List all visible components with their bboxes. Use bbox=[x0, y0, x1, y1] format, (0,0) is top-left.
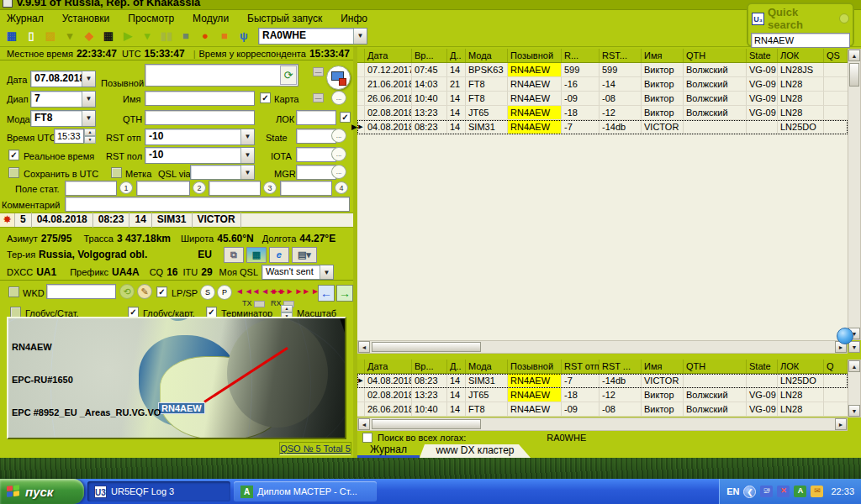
spin-up-icon[interactable]: ▲ bbox=[84, 129, 96, 136]
table-row[interactable]: 26.06.201810:4014FT8RN4AEW-09-08ВикторВо… bbox=[357, 402, 848, 417]
sound-icon[interactable]: ◆ bbox=[81, 28, 98, 45]
menu-bystry-zapusk[interactable]: Быстрый запуск bbox=[247, 13, 322, 24]
next-qso-button[interactable]: → bbox=[336, 285, 353, 302]
globe-map[interactable]: RN4AEW RN4AEW EPC-RU#1650 EPC #8952_EU _… bbox=[7, 317, 346, 439]
chevron-down-icon[interactable]: ▼ bbox=[240, 148, 254, 163]
start-button[interactable]: пуск bbox=[0, 479, 84, 504]
chevron-down-icon[interactable]: ▼ bbox=[240, 129, 254, 144]
mode-combo[interactable]: FT8▼ bbox=[30, 110, 96, 127]
lok-input[interactable] bbox=[296, 110, 336, 125]
chevron-down-icon[interactable]: ▼ bbox=[240, 165, 254, 179]
name-input[interactable] bbox=[145, 91, 255, 106]
map-icon[interactable]: ▦ bbox=[246, 247, 267, 263]
column-header-rst_s[interactable]: R... bbox=[562, 49, 600, 62]
prev-qso-button[interactable]: ← bbox=[318, 285, 335, 302]
column-header-band[interactable]: Д.. bbox=[447, 360, 466, 373]
record-icon[interactable]: ● bbox=[197, 28, 214, 45]
menu-moduli[interactable]: Модули bbox=[193, 13, 229, 24]
column-header-lok[interactable]: ЛОК bbox=[778, 360, 824, 373]
collapse-icon[interactable]: — bbox=[313, 93, 324, 102]
menu-prosmotr[interactable]: Просмотр bbox=[128, 13, 174, 24]
column-header-mode[interactable]: Мода bbox=[466, 360, 508, 373]
chevron-down-icon[interactable]: ▼ bbox=[82, 111, 95, 126]
column-header-state[interactable]: State bbox=[747, 49, 778, 62]
chevron-down-icon[interactable]: ▼ bbox=[320, 265, 333, 279]
search-all-checkbox[interactable] bbox=[362, 433, 372, 443]
tab-dx-cluster[interactable]: www DX кластер bbox=[420, 444, 531, 458]
network-error-icon[interactable]: ✕ bbox=[777, 486, 790, 497]
chevron-down-icon[interactable]: ▼ bbox=[353, 29, 367, 44]
refresh-icon[interactable]: ⟳ bbox=[280, 66, 297, 85]
column-header-qth[interactable]: QTH bbox=[684, 49, 747, 62]
menu-zhurnal[interactable]: Журнал bbox=[7, 13, 44, 24]
state-input[interactable] bbox=[296, 129, 336, 144]
column-header-qsl[interactable]: QS bbox=[824, 49, 848, 62]
results-vscrollbar[interactable]: ▲ ▼ bbox=[848, 360, 861, 417]
date-combo[interactable]: 07.08.2018▼ bbox=[30, 71, 96, 87]
language-indicator[interactable]: EN bbox=[726, 486, 739, 496]
column-header-mode[interactable]: Мода bbox=[466, 49, 508, 62]
column-header-rst_r[interactable]: RST ... bbox=[600, 360, 642, 373]
my-qsl-combo[interactable]: Wasn't sent▼ bbox=[261, 265, 334, 280]
play-dropdown-icon[interactable]: ▾ bbox=[139, 28, 156, 45]
spin-up-icon[interactable]: ▲ bbox=[281, 305, 293, 312]
tx-toggle[interactable]: TX bbox=[242, 299, 265, 307]
column-header-call[interactable]: Позывной bbox=[508, 360, 562, 373]
wkd-input[interactable] bbox=[46, 284, 116, 299]
notes-dropdown-icon[interactable]: ▤▾ bbox=[292, 247, 317, 263]
table-row[interactable]: 26.06.201810:4014FT8RN4AEW-09-08ВикторВо… bbox=[357, 92, 848, 106]
brush-icon[interactable]: ✎ bbox=[137, 284, 152, 299]
log-vscrollbar[interactable]: ▲ ▼ bbox=[848, 49, 861, 340]
stat-badge-2[interactable]: 2 bbox=[193, 181, 206, 194]
lpsp-checkbox[interactable] bbox=[156, 286, 167, 297]
time-utc-spinner[interactable]: ▲▼ bbox=[84, 129, 96, 144]
qsl-via-combo[interactable]: ▼ bbox=[190, 165, 255, 180]
column-header-state[interactable]: State bbox=[747, 360, 778, 373]
table-row[interactable]: 07.12.201707:4514BPSK63RN4AEW599599Викто… bbox=[357, 63, 848, 77]
copy-icon[interactable]: ⧉ bbox=[224, 247, 244, 263]
state-more-button[interactable]: ... bbox=[331, 129, 346, 143]
chevron-down-icon[interactable]: ▼ bbox=[82, 92, 95, 107]
stat-badge-1[interactable]: 1 bbox=[119, 181, 133, 194]
column-header-time[interactable]: Вр... bbox=[412, 49, 447, 62]
stop-alt-icon[interactable]: ■ bbox=[216, 28, 233, 45]
lok-checkbox[interactable] bbox=[340, 112, 351, 123]
current-qso-row[interactable]: ✸ 5 04.08.2018 08:23 14 SIM31 VICTOR bbox=[0, 213, 353, 228]
callsign-combo[interactable]: RA0WHE ▼ bbox=[258, 28, 367, 45]
table-row[interactable]: ▶04.08.201808:2314SIM31RN4AEW-7-14dbVICT… bbox=[357, 120, 848, 134]
band-combo[interactable]: 7▼ bbox=[30, 91, 96, 108]
column-header-band[interactable]: Д.. bbox=[447, 49, 466, 62]
tray-chevron-icon[interactable]: ❮ bbox=[743, 486, 756, 498]
column-header-date[interactable]: Дата bbox=[365, 49, 412, 62]
log-hscrollbar[interactable]: ◄ ► bbox=[357, 340, 848, 354]
recycle-icon[interactable]: ⟲ bbox=[119, 284, 135, 299]
scroll-up-icon[interactable]: ▲ bbox=[848, 50, 860, 61]
scroll-left-icon[interactable]: ◄ bbox=[358, 341, 370, 353]
scroll-down-icon[interactable]: ▼ bbox=[848, 405, 860, 417]
rst-sent-combo[interactable]: -10▼ bbox=[145, 129, 255, 145]
scroll-up-icon[interactable]: ▲ bbox=[848, 360, 860, 372]
column-header-name[interactable]: Имя bbox=[642, 360, 684, 373]
stat-field-1[interactable] bbox=[65, 181, 117, 196]
save-utc-checkbox[interactable] bbox=[8, 167, 19, 178]
stat-badge-4[interactable]: 4 bbox=[335, 181, 348, 194]
chevron-down-icon[interactable]: ▼ bbox=[82, 71, 95, 87]
taskbar-item-diplom-master[interactable]: A Диплом МАСТЕР - Ст... bbox=[234, 481, 377, 501]
results-hscrollbar[interactable]: ◄ ► bbox=[357, 417, 848, 431]
time-utc-input[interactable] bbox=[54, 129, 84, 144]
column-header-qsl[interactable]: Q bbox=[824, 360, 848, 373]
column-header-rst_r[interactable]: RST... bbox=[600, 49, 642, 62]
karta-more-button[interactable]: ... bbox=[331, 91, 346, 105]
column-header-name[interactable]: Имя bbox=[642, 49, 684, 62]
messenger-icon[interactable]: ✉ bbox=[811, 486, 823, 497]
iota-more-button[interactable]: ... bbox=[331, 147, 346, 161]
save-disk-icon[interactable]: ▦ bbox=[100, 28, 117, 45]
iota-input[interactable] bbox=[296, 147, 336, 162]
stat-field-4[interactable] bbox=[280, 181, 332, 196]
qth-input[interactable] bbox=[145, 110, 255, 125]
internet-explorer-icon[interactable]: e bbox=[269, 247, 289, 263]
stop-icon[interactable]: ■ bbox=[177, 28, 194, 45]
column-header-rst_s[interactable]: RST отп bbox=[562, 360, 600, 373]
menu-ustanovki[interactable]: Установки bbox=[62, 13, 109, 24]
splitter-arrow-icon[interactable]: ▶ bbox=[351, 123, 357, 131]
